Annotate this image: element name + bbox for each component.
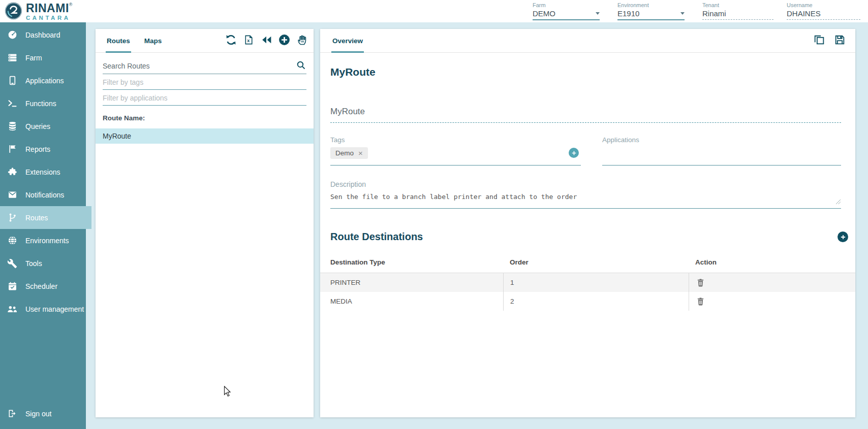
envelope-icon — [7, 189, 18, 201]
route-detail-panel: Overview MyRoute MyRoute Tags Demo × — [320, 29, 855, 417]
brand: RINAMI® CANTARA — [4, 2, 72, 22]
delete-destination-button[interactable] — [696, 296, 705, 306]
export-excel-button[interactable]: x — [241, 34, 256, 48]
sidebar-item-routes[interactable]: Routes — [0, 206, 91, 229]
route-branch-icon — [7, 212, 18, 223]
chevron-down-icon — [680, 12, 685, 15]
farm-value: DEMO — [533, 9, 555, 18]
environment-select[interactable]: Environment E1910 — [617, 2, 685, 20]
destinations-header: Route Destinations — [330, 231, 848, 243]
chevron-down-icon — [596, 12, 600, 15]
sidebar-item-dashboard[interactable]: Dashboard — [0, 23, 86, 46]
tab-maps[interactable]: Maps — [137, 29, 169, 52]
sign-out-label: Sign out — [25, 410, 51, 418]
sidebar-item-queries[interactable]: Queries — [0, 115, 86, 138]
export-excel-icon: x — [243, 34, 255, 48]
sidebar-item-label: User management — [25, 305, 84, 313]
rewind-icon — [260, 34, 273, 48]
filter-applications-input[interactable] — [103, 90, 306, 106]
route-name-field[interactable]: MyRoute — [330, 107, 841, 123]
refresh-button[interactable] — [224, 34, 238, 48]
tags-label: Tags — [330, 136, 581, 144]
registered-mark: ® — [69, 2, 73, 7]
hand-icon — [296, 34, 308, 48]
tab-routes-label: Routes — [107, 37, 130, 45]
description-field: Description Sen the file to a branch lab… — [330, 180, 841, 209]
pan-button[interactable] — [295, 34, 309, 48]
save-button[interactable] — [832, 34, 847, 48]
cell-order: 2 — [503, 292, 689, 311]
sign-out-icon — [7, 408, 18, 419]
sidebar-item-scheduler[interactable]: Scheduler — [0, 275, 86, 298]
puzzle-icon — [7, 167, 18, 178]
tenant-label: Tenant — [702, 2, 773, 8]
brand-subtitle: CANTARA — [26, 15, 72, 21]
search-icon[interactable] — [296, 60, 306, 73]
delete-destination-button[interactable] — [696, 278, 705, 287]
sidebar-item-tools[interactable]: Tools — [0, 252, 86, 275]
sidebar-item-farm[interactable]: Farm — [0, 46, 86, 69]
sidebar-item-extensions[interactable]: Extensions — [0, 160, 86, 183]
column-header-order: Order — [503, 258, 689, 266]
sidebar-item-label: Extensions — [25, 168, 60, 176]
top-header: RINAMI® CANTARA Farm DEMO Environment E1… — [0, 0, 868, 22]
sidebar-item-label: Reports — [25, 145, 50, 153]
save-icon — [833, 34, 846, 48]
destinations-table: Destination Type Order Action PRINTER 1 … — [320, 254, 855, 311]
globe-icon — [7, 235, 18, 246]
tab-maps-label: Maps — [144, 37, 162, 45]
dashboard-icon — [7, 29, 18, 41]
route-list-item-selected[interactable]: MyRoute — [96, 128, 314, 144]
sidebar-item-label: Applications — [25, 77, 64, 85]
sidebar-item-reports[interactable]: Reports — [0, 138, 86, 160]
route-list-item-label: MyRoute — [103, 132, 131, 140]
sidebar-item-notifications[interactable]: Notifications — [0, 183, 86, 206]
cell-destination-type: PRINTER — [320, 273, 503, 292]
farm-select[interactable]: Farm DEMO — [533, 2, 600, 20]
tab-routes[interactable]: Routes — [100, 29, 137, 52]
column-header-action: Action — [689, 258, 855, 266]
brand-title: RINAMI — [26, 2, 69, 15]
column-header-destination-type: Destination Type — [320, 258, 503, 266]
destinations-heading: Route Destinations — [330, 231, 423, 243]
sidebar-item-label: Functions — [25, 100, 56, 108]
add-tag-button[interactable] — [569, 148, 579, 158]
tag-chip-label: Demo — [335, 149, 354, 157]
resize-handle-icon[interactable] — [835, 197, 841, 207]
sidebar-item-environments[interactable]: Environments — [0, 229, 86, 252]
sidebar-item-label: Farm — [25, 54, 42, 62]
filter-tags-input[interactable] — [103, 74, 306, 90]
brand-text: RINAMI® CANTARA — [26, 3, 72, 21]
search-routes-input[interactable] — [103, 59, 306, 74]
detail-tabrow: Overview — [320, 29, 855, 53]
sidebar-item-applications[interactable]: Applications — [0, 69, 86, 92]
route-list-header: Route Name: — [103, 114, 306, 122]
sidebar-item-label: Dashboard — [25, 31, 60, 39]
description-value[interactable]: Sen the file to a branch label printer a… — [330, 193, 841, 201]
brand-logo-icon — [4, 2, 23, 22]
rewind-button[interactable] — [259, 34, 274, 48]
add-destination-button[interactable] — [838, 232, 848, 242]
sign-out-button[interactable]: Sign out — [0, 402, 86, 425]
destinations-table-header: Destination Type Order Action — [320, 254, 855, 273]
sidebar-item-user-management[interactable]: User management — [0, 298, 86, 320]
farm-label: Farm — [533, 2, 600, 8]
tags-field: Tags Demo × — [330, 136, 581, 166]
flag-icon — [7, 144, 18, 155]
environment-label: Environment — [617, 2, 685, 8]
cell-destination-type: MEDIA — [320, 292, 503, 311]
applications-label: Applications — [602, 136, 841, 144]
calendar-check-icon — [7, 281, 18, 292]
environment-value: E1910 — [617, 9, 639, 18]
add-route-button[interactable] — [277, 34, 292, 48]
page-title: MyRoute — [330, 66, 855, 78]
sidebar-item-label: Environments — [25, 237, 69, 245]
svg-text:x: x — [247, 38, 250, 43]
sidebar-item-functions[interactable]: Functions — [0, 92, 86, 115]
table-row: PRINTER 1 — [320, 273, 855, 292]
applications-field[interactable]: Applications — [602, 136, 841, 166]
copy-button[interactable] — [812, 34, 826, 48]
chip-remove-icon[interactable]: × — [358, 149, 363, 157]
tab-overview[interactable]: Overview — [325, 29, 370, 52]
sidebar-item-label: Notifications — [25, 191, 64, 199]
